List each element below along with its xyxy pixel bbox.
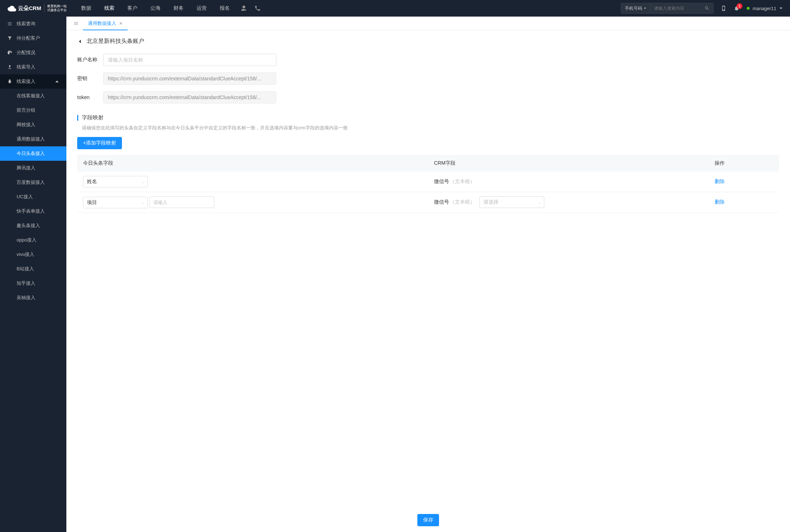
sidebar-icon [7,36,12,41]
phone-icon[interactable] [254,5,261,12]
account-name-label: 账户名称 [77,57,103,63]
sidebar-item[interactable]: 待分配客户 [0,31,66,45]
sidebar-subitem[interactable]: 留言分组 [0,103,66,118]
crm-field-name: 微信号 [434,178,449,184]
fold-sidebar-button[interactable] [69,21,83,26]
main: 通用数据接入✕ 北京昱新科技头条账户 账户名称 密钥 token [66,17,790,532]
nav-extra-icons [241,5,261,12]
sidebar-subitem[interactable]: 趣头条接入 [0,218,66,233]
sidebar-subitem[interactable]: UC接入 [0,190,66,204]
search-input[interactable] [650,6,701,11]
sidebar-icon [7,21,12,26]
nav-item[interactable]: 数据 [81,5,91,12]
content: 北京昱新科技头条账户 账户名称 密钥 token 字段映射 请确保您在此填写的头… [66,30,790,508]
page-title: 北京昱新科技头条账户 [87,37,144,45]
notification-badge: 5 [737,3,742,9]
sidebar-subitem[interactable]: 快手表单接入 [0,204,66,218]
logo-brand: 云朵CRM 教育机构一站式服务云平台 [18,4,67,13]
tt-field-select[interactable]: 项目⌵ [83,197,148,208]
section-desc: 请确保您在此填写的头条自定义字段名称与在今日头条平台中自定义的字段名称一致，并且… [77,125,779,131]
crm-field-select[interactable]: 请选择⌵ [479,196,544,208]
sidebar-subitem[interactable]: 腾讯接入 [0,161,66,175]
delete-button[interactable]: 删除 [715,178,725,185]
chevron-down-icon: ⌵ [142,180,144,184]
sidebar-subitem[interactable]: 今日头条接入 [0,146,66,161]
chevron-down-icon: ⌵ [538,200,540,204]
user-menu[interactable]: manager11 [747,6,783,11]
nav-item[interactable]: 公海 [150,5,161,12]
sidebar-subitem[interactable]: 美柚接入 [0,291,66,305]
search-box: 手机号码 [621,3,714,14]
header-right: 手机号码 5 manager11 [621,3,783,14]
mobile-icon[interactable] [721,5,727,11]
sidebar-icon [7,79,12,84]
nav-item[interactable]: 运营 [197,5,207,12]
add-mapping-button[interactable]: +添加字段映射 [77,137,122,149]
status-dot [747,7,750,10]
notification-bell[interactable]: 5 [734,5,739,11]
cloud-icon [7,4,17,13]
secret-label: 密钥 [77,75,103,82]
account-name-input[interactable] [103,54,276,66]
nav-item[interactable]: 财务 [174,5,184,12]
sidebar-item[interactable]: 线索导入 [0,60,66,74]
table-row: 姓名⌵微信号（文本框）删除 [77,172,779,192]
sidebar-subitem[interactable]: 在线客服接入 [0,89,66,103]
footer: 保存 [66,508,790,532]
sidebar: 线索查询待分配客户分配情况线索导入线索接入在线客服接入留言分组网校接入通用数据接… [0,17,66,532]
chevron-down-icon: ⌵ [142,200,144,204]
chevron-down-icon [779,6,783,10]
crm-field-name: 微信号 [434,199,449,205]
sidebar-subitem[interactable]: oppo接入 [0,233,66,247]
search-button[interactable] [701,6,713,11]
logo[interactable]: 云朵CRM 教育机构一站式服务云平台 [7,4,67,13]
table-row: 项目⌵ 微信号（文本框） 请选择⌵删除 [77,192,779,213]
user-add-icon[interactable] [241,5,247,12]
tab-close-icon[interactable]: ✕ [119,21,123,26]
chevron-down-icon [644,7,646,10]
chevron-up-icon [55,79,59,84]
breadcrumb: 北京昱新科技头条账户 [77,37,779,45]
save-button[interactable]: 保存 [417,514,439,526]
sidebar-subitem[interactable]: 通用数据接入 [0,132,66,146]
sidebar-subitem[interactable]: vivo接入 [0,247,66,262]
nav-item[interactable]: 报名 [220,5,230,12]
secret-input[interactable] [103,72,276,85]
crm-field-type: （文本框） [450,178,475,184]
top-header: 云朵CRM 教育机构一站式服务云平台 数据线索客户公海财务运营报名 手机号码 5 [0,0,790,17]
th-tt-field: 今日头条字段 [77,155,428,172]
sidebar-item[interactable]: 分配情况 [0,45,66,60]
sidebar-subitem[interactable]: B站接入 [0,262,66,276]
section-title: 字段映射 [77,114,779,121]
nav-item[interactable]: 客户 [127,5,137,12]
tt-field-select[interactable]: 姓名⌵ [83,176,148,187]
sidebar-item[interactable]: 线索接入 [0,74,66,89]
sidebar-item[interactable]: 线索查询 [0,17,66,31]
crm-field-type: （文本框） [450,199,475,205]
nav-item[interactable]: 线索 [104,5,114,12]
search-icon [705,6,710,11]
section-bar [77,115,78,121]
top-nav: 数据线索客户公海财务运营报名 [81,5,230,12]
sidebar-subitem[interactable]: 知乎接入 [0,276,66,291]
sidebar-icon [7,65,12,70]
sidebar-subitem[interactable]: 百度数据接入 [0,175,66,190]
sidebar-subitem[interactable]: 网校接入 [0,118,66,132]
delete-button[interactable]: 删除 [715,199,725,205]
tabs: 通用数据接入✕ [66,17,790,30]
th-action: 操作 [709,155,779,172]
sidebar-icon [7,50,12,55]
token-label: token [77,94,103,100]
token-input[interactable] [103,91,276,103]
user-name: manager11 [752,6,776,11]
mapping-table: 今日头条字段 CRM字段 操作 姓名⌵微信号（文本框）删除项目⌵ 微信号（文本框… [77,155,779,213]
back-button[interactable] [77,39,83,44]
tt-custom-input[interactable] [149,196,214,208]
th-crm-field: CRM字段 [428,155,709,172]
search-filter-select[interactable]: 手机号码 [621,3,650,13]
tab[interactable]: 通用数据接入✕ [83,17,128,30]
